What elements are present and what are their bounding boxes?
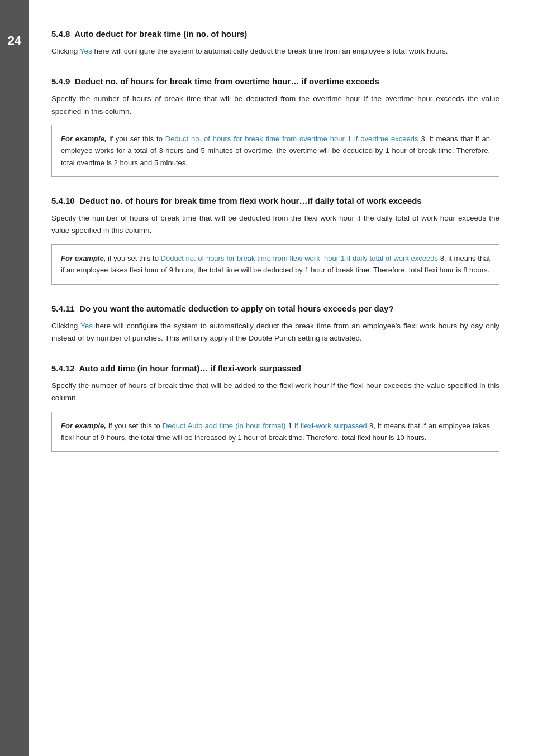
section-5-4-10-example: For example, if you set this to Deduct n… [51,244,499,285]
section-5-4-12-title: 5.4.12 Auto add time (in hour format)… i… [51,362,499,374]
section-5-4-12-number: 5.4.12 [51,363,79,373]
yes-link-548[interactable]: Yes [80,47,92,55]
yes-link-5411[interactable]: Yes [80,322,93,330]
section-5-4-9: 5.4.9 Deduct no. of hours for break time… [51,75,499,177]
section-5-4-9-number: 5.4.9 [51,76,75,86]
section-5-4-9-title: 5.4.9 Deduct no. of hours for break time… [51,75,499,87]
main-content: 5.4.8 Auto deduct for break time (in no.… [29,0,533,756]
example-label-5410: For example, [61,254,106,262]
example-link-549-1[interactable]: Deduct no. of hours for break time from … [165,135,345,143]
section-5-4-12: 5.4.12 Auto add time (in hour format)… i… [51,362,499,452]
section-5-4-11-number: 5.4.11 [51,304,79,313]
section-5-4-9-body: Specify the number of hours of break tim… [51,93,499,118]
section-5-4-10-title: 5.4.10 Deduct no. of hours for break tim… [51,195,499,207]
example-link-5410-1[interactable]: Deduct no. of hours for break time from … [161,254,339,262]
section-5-4-11: 5.4.11 Do you want the automatic deducti… [51,303,499,345]
sidebar: 24 [0,0,29,756]
example-label-549: For example, [61,135,107,143]
section-5-4-11-body: Clicking Yes here will configure the sys… [51,320,499,345]
section-5-4-8: 5.4.8 Auto deduct for break time (in no.… [51,28,499,58]
section-5-4-9-example: For example, if you set this to Deduct n… [51,125,499,177]
section-5-4-10-body: Specify the number of hours of break tim… [51,212,499,237]
section-5-4-8-body: Clicking Yes here will configure the sys… [51,45,499,58]
section-5-4-11-title: 5.4.11 Do you want the automatic deducti… [51,303,499,314]
section-5-4-12-body: Specify the number of hours of break tim… [51,380,499,405]
example-link-549-2[interactable]: 1 if overtime exceeds [348,135,418,143]
section-5-4-8-title: 5.4.8 Auto deduct for break time (in no.… [51,28,499,40]
section-5-4-12-example: For example, if you set this to Deduct A… [51,412,499,452]
example-link-5410-2[interactable]: 1 if daily total of work exceeds [341,254,438,262]
example-link-5412-2[interactable]: if flexi-work surpassed [294,422,367,430]
example-label-5412: For example, [61,422,106,430]
example-link-5412-1[interactable]: Deduct Auto add time (in hour format) [163,422,285,430]
section-5-4-10: 5.4.10 Deduct no. of hours for break tim… [51,195,499,284]
page-number: 24 [8,34,21,48]
section-5-4-8-number: 5.4.8 [51,29,74,39]
section-5-4-10-number: 5.4.10 [51,196,79,205]
